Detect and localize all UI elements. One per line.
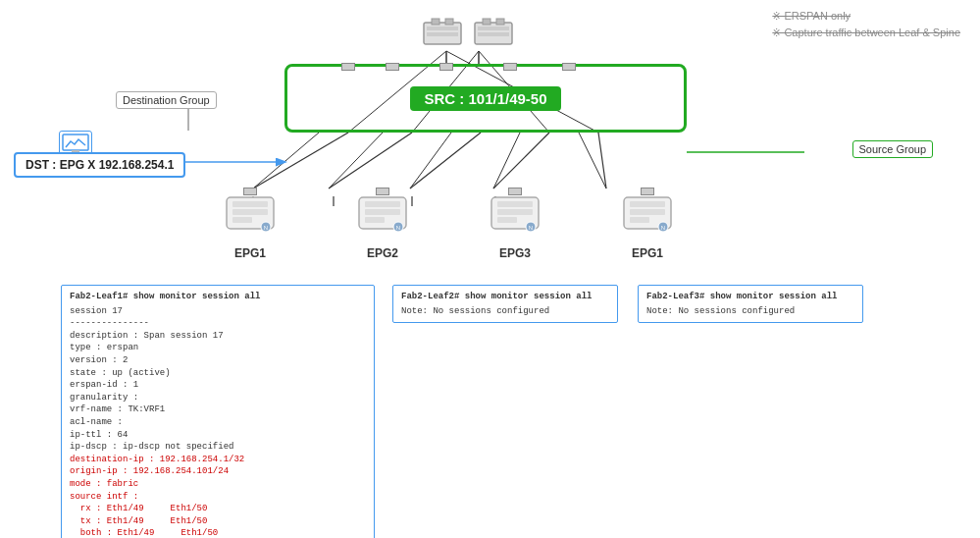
connector-sq-4 xyxy=(503,63,517,71)
switch-group xyxy=(422,15,514,52)
svg-line-11 xyxy=(253,133,319,188)
epg-box-3: N EPG3 xyxy=(476,191,554,260)
term1-desc: description : Span session 17 xyxy=(70,330,366,343)
svg-line-15 xyxy=(579,133,606,188)
svg-rect-33 xyxy=(496,19,504,25)
switch-icon-1 xyxy=(422,15,463,52)
svg-rect-57 xyxy=(630,217,649,223)
svg-line-6 xyxy=(598,133,606,188)
svg-rect-30 xyxy=(478,27,509,30)
dst-box: DST : EPG X 192.168.254.1 xyxy=(14,152,185,178)
src-label: SRC : 101/1/49-50 xyxy=(410,86,560,111)
svg-rect-28 xyxy=(445,19,453,25)
svg-text:N: N xyxy=(264,225,268,231)
dst-label: DST : EPG X 192.168.254.1 xyxy=(26,158,174,172)
connector-sq-1 xyxy=(341,63,355,71)
source-group-label: Source Group xyxy=(852,140,933,158)
term3-note: Note: No sessions configured xyxy=(646,305,854,318)
svg-rect-39 xyxy=(232,217,252,223)
term1-line0: session 17 xyxy=(70,305,366,318)
term1-title: Fab2-Leaf1# show monitor session all xyxy=(70,291,366,303)
svg-rect-55 xyxy=(630,201,665,207)
epg-box-4: N EPG1 xyxy=(608,191,687,260)
svg-text:N: N xyxy=(529,225,533,231)
svg-line-12 xyxy=(329,133,383,188)
svg-line-14 xyxy=(493,133,520,188)
svg-rect-43 xyxy=(365,201,400,207)
term2-title: Fab2-Leaf2# show monitor session all xyxy=(401,291,609,303)
terminal-2: Fab2-Leaf2# show monitor session all Not… xyxy=(392,285,618,323)
term1-src-intf: source intf : xyxy=(70,491,366,504)
svg-rect-26 xyxy=(427,32,458,36)
epg-box-2: N EPG2 xyxy=(343,191,422,260)
svg-line-3 xyxy=(329,133,412,188)
term2-note: Note: No sessions configured xyxy=(401,305,609,318)
term1-version: version : 2 xyxy=(70,354,366,367)
terminal-1: Fab2-Leaf1# show monitor session all ses… xyxy=(61,285,375,538)
svg-rect-25 xyxy=(427,27,458,30)
epg1-label: EPG1 xyxy=(234,246,266,260)
svg-rect-38 xyxy=(232,209,268,215)
switch-icon-2 xyxy=(473,15,514,52)
term1-dscp: ip-dscp : ip-dscp not specified xyxy=(70,441,366,454)
svg-rect-49 xyxy=(497,201,533,207)
epg-box-1: N EPG1 xyxy=(211,191,289,260)
diagram: ※ ERSPAN only ※ Capture traffic between … xyxy=(0,0,980,538)
svg-text:N: N xyxy=(396,225,400,231)
term1-tx: tx : Eth1/49 Eth1/50 xyxy=(70,515,366,528)
term1-mode: mode : fabric xyxy=(70,478,366,491)
term1-both: both : Eth1/49 Eth1/50 xyxy=(70,527,366,538)
term1-gran: granularity : xyxy=(70,392,366,404)
erspan-note: ※ ERSPAN only ※ Capture traffic between … xyxy=(772,8,960,40)
svg-rect-44 xyxy=(365,209,400,215)
svg-rect-27 xyxy=(432,19,439,25)
src-box: SRC : 101/1/49-50 xyxy=(284,64,687,133)
terminal-3: Fab2-Leaf3# show monitor session all Not… xyxy=(638,285,863,323)
connector-sq-2 xyxy=(386,63,399,71)
epg3-icon: N xyxy=(490,191,541,235)
destination-group-label: Destination Group xyxy=(116,91,217,109)
epg2-label: EPG2 xyxy=(367,246,398,260)
svg-line-13 xyxy=(410,133,451,188)
svg-rect-32 xyxy=(483,19,490,25)
epg4-icon: N xyxy=(622,191,673,235)
epg2-icon: N xyxy=(357,191,408,235)
svg-rect-31 xyxy=(478,32,509,36)
term1-type: type : erspan xyxy=(70,342,366,354)
epg2-conn xyxy=(376,188,389,195)
term1-ttl: ip-ttl : 64 xyxy=(70,429,366,442)
connector-sq-3 xyxy=(439,63,453,71)
svg-text:N: N xyxy=(661,225,665,231)
svg-rect-56 xyxy=(630,209,665,215)
source-group-text: Source Group xyxy=(859,143,926,155)
term3-title: Fab2-Leaf3# show monitor session all xyxy=(646,291,854,303)
svg-line-5 xyxy=(493,133,549,188)
term1-dst-ip: destination-ip : 192.168.254.1/32 xyxy=(70,454,366,466)
epg3-label: EPG3 xyxy=(499,246,531,260)
connector-sq-5 xyxy=(562,63,576,71)
term1-vrf: vrf-name : TK:VRF1 xyxy=(70,404,366,416)
epg1-icon: N xyxy=(225,191,276,235)
erspan-line2: ※ Capture traffic between Leaf & Spine xyxy=(772,27,960,38)
svg-rect-45 xyxy=(365,217,385,223)
term1-origin-ip: origin-ip : 192.168.254.101/24 xyxy=(70,465,366,478)
destination-group-text: Destination Group xyxy=(123,94,210,106)
epg-row: N EPG1 N EPG2 xyxy=(211,191,687,260)
svg-line-2 xyxy=(253,133,348,188)
epg3-conn xyxy=(508,188,522,195)
svg-rect-51 xyxy=(497,217,517,223)
epg1-conn xyxy=(243,188,257,195)
term1-rx: rx : Eth1/49 Eth1/50 xyxy=(70,503,366,515)
epg4-label: EPG1 xyxy=(632,246,663,260)
svg-rect-50 xyxy=(497,209,533,215)
term1-erspan: erspan-id : 1 xyxy=(70,379,366,392)
term1-state: state : up (active) xyxy=(70,367,366,380)
erspan-line1: ※ ERSPAN only xyxy=(772,10,851,22)
term1-acl: acl-name : xyxy=(70,416,366,429)
epg4-conn xyxy=(641,188,654,195)
svg-line-4 xyxy=(410,133,481,188)
term1-separator: --------------- xyxy=(70,317,366,330)
svg-rect-37 xyxy=(232,201,268,207)
